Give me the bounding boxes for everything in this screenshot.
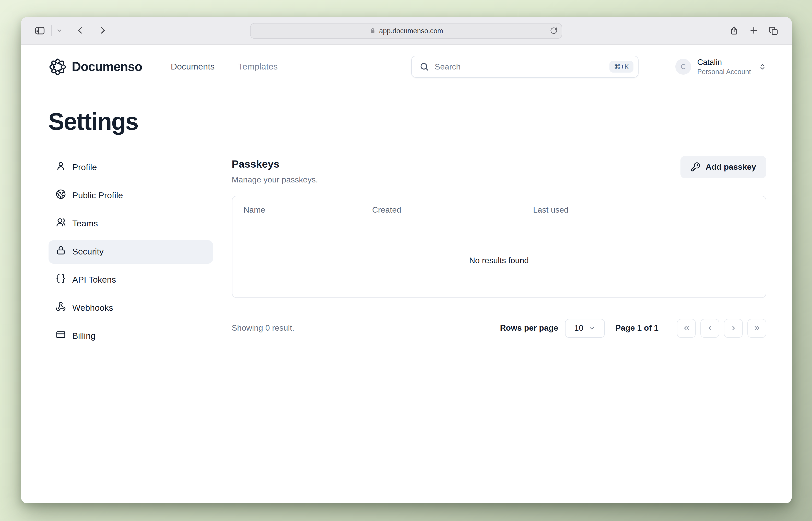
search-icon [419,62,429,71]
user-icon [55,161,66,174]
account-menu[interactable]: C Catalin Personal Account [675,58,766,76]
globe-icon [55,189,66,202]
chevron-down-icon[interactable] [56,27,62,33]
forward-icon[interactable] [97,25,108,36]
refresh-icon[interactable] [550,27,558,35]
chevrons-left-icon [682,324,690,332]
lock-icon [55,245,66,258]
sidebar-item-api-tokens[interactable]: API Tokens [48,268,213,292]
column-header-last-used: Last used [533,205,755,214]
next-page-button[interactable] [724,319,743,338]
nav-templates[interactable]: Templates [238,62,278,72]
browser-window: app.documenso.com [21,17,792,503]
chevron-down-icon [588,325,595,332]
page-title: Settings [48,109,766,133]
last-page-button[interactable] [747,319,766,338]
avatar: C [675,59,691,75]
address-bar[interactable]: app.documenso.com [250,23,562,39]
add-passkey-button[interactable]: Add passkey [681,156,766,178]
url-text: app.documenso.com [379,27,443,35]
section-title: Passkeys [232,158,318,170]
account-type: Personal Account [697,68,751,76]
brand-logo[interactable]: Documenso [48,58,142,76]
credit-card-icon [55,330,66,342]
share-icon[interactable] [729,25,739,36]
app-page: Documenso Documents Templates ⌘+K C C [21,45,792,503]
chevrons-up-down-icon [759,63,766,70]
empty-state: No results found [232,224,766,297]
search-input[interactable] [435,62,609,71]
webhook-icon [55,301,66,314]
table-header-row: Name Created Last used [232,196,766,224]
sidebar-item-security[interactable]: Security [48,240,213,264]
column-header-name: Name [243,205,372,214]
table-footer: Showing 0 result. Rows per page 10 Page … [232,319,766,338]
settings-sidebar: Profile Public Profile Teams Securi [48,156,213,353]
account-name: Catalin [697,58,751,67]
sidebar-item-teams[interactable]: Teams [48,212,213,235]
tab-overview-icon[interactable] [768,25,779,36]
sidebar-item-profile[interactable]: Profile [48,156,213,179]
sidebar-item-webhooks[interactable]: Webhooks [48,296,213,320]
chevrons-right-icon [753,324,761,332]
column-header-created: Created [372,205,533,214]
sidebar-toggle-icon[interactable] [34,25,45,36]
rows-per-page-label: Rows per page [500,323,558,333]
key-icon [691,162,701,172]
new-tab-icon[interactable] [749,26,759,35]
section-subtitle: Manage your passkeys. [232,175,318,184]
app-header: Documenso Documents Templates ⌘+K C C [21,45,792,89]
first-page-button[interactable] [677,319,696,338]
braces-icon [55,273,66,286]
search-shortcut-badge: ⌘+K [609,61,633,72]
page-status: Page 1 of 1 [615,323,658,333]
desktop: app.documenso.com [0,0,812,521]
passkeys-section: Passkeys Manage your passkeys. [232,156,766,338]
brand-name: Documenso [72,59,142,74]
toolbar-divider [51,25,51,36]
results-summary: Showing 0 result. [232,323,294,333]
back-icon[interactable] [74,25,85,36]
chevron-right-icon [729,324,737,332]
users-icon [55,217,66,230]
documenso-seal-icon [48,58,67,76]
chevron-left-icon [706,324,714,332]
top-nav: Documents Templates [171,62,278,72]
previous-page-button[interactable] [700,319,719,338]
settings-main: Settings Profile Public Profile [21,89,792,353]
nav-documents[interactable]: Documents [171,62,214,72]
sidebar-item-public-profile[interactable]: Public Profile [48,184,213,207]
browser-toolbar: app.documenso.com [21,17,792,45]
search-box[interactable]: ⌘+K [411,56,639,78]
lock-icon [369,28,375,34]
rows-per-page-select[interactable]: 10 [565,319,605,338]
passkeys-table: Name Created Last used No results found [232,196,766,298]
sidebar-item-billing[interactable]: Billing [48,324,213,348]
